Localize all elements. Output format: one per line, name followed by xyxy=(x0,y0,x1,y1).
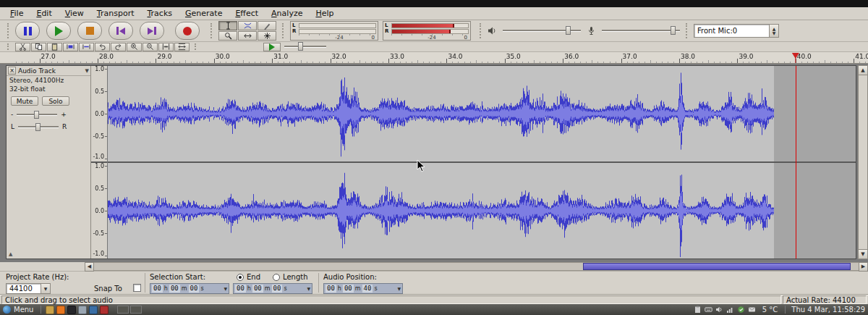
record-button[interactable] xyxy=(175,22,200,40)
track-close-button[interactable]: × xyxy=(8,67,16,75)
keyboard-icon[interactable] xyxy=(705,306,713,314)
fit-project-button[interactable] xyxy=(174,43,190,51)
length-radio-label[interactable]: Length xyxy=(283,273,308,281)
toolbar-grip[interactable] xyxy=(480,23,483,38)
multi-tool-button[interactable] xyxy=(258,31,276,41)
vertical-scrollbar[interactable]: ▲ ▼ xyxy=(858,65,868,259)
menu-file[interactable]: File xyxy=(10,9,23,18)
playback-meter[interactable]: L R -240 xyxy=(290,21,378,41)
spin-down-icon[interactable]: ▼ xyxy=(773,31,776,35)
toolbar-grip[interactable] xyxy=(686,23,689,38)
network-icon[interactable] xyxy=(726,306,735,314)
copy-button[interactable] xyxy=(31,43,46,51)
input-volume-thumb[interactable] xyxy=(671,26,676,35)
field-dropdown-icon[interactable]: ▼ xyxy=(224,286,227,291)
fit-selection-button[interactable] xyxy=(158,43,174,51)
zoom-tool-button[interactable] xyxy=(218,31,237,41)
play-button[interactable] xyxy=(46,22,71,40)
menu-transport[interactable]: Transport xyxy=(97,9,135,18)
gain-slider-thumb[interactable] xyxy=(34,111,39,119)
updates-icon[interactable] xyxy=(737,306,746,314)
output-volume-thumb[interactable] xyxy=(566,26,571,35)
menu-tracks[interactable]: Tracks xyxy=(147,9,172,18)
menu-analyze[interactable]: Analyze xyxy=(271,9,302,18)
clipboard-icon[interactable] xyxy=(694,306,702,314)
play-speed-slider[interactable] xyxy=(284,46,326,48)
paste-button[interactable] xyxy=(47,43,62,51)
field-dropdown-icon[interactable]: ▼ xyxy=(307,286,310,291)
media-player-icon[interactable] xyxy=(100,306,109,314)
pan-slider-thumb[interactable] xyxy=(35,123,41,131)
selection-tool-button[interactable] xyxy=(218,21,237,30)
device-spinner[interactable]: ▲▼ xyxy=(769,25,778,37)
taskbar-window-button[interactable] xyxy=(130,306,142,314)
menu-generate[interactable]: Generate xyxy=(185,9,222,18)
clock[interactable]: Thu 4 Mar, 11:58:29 xyxy=(791,306,865,314)
horizontal-scrollbar[interactable]: ◀ ▶ xyxy=(0,262,868,272)
scroll-down-icon[interactable]: ▼ xyxy=(859,249,867,259)
taskbar-window-button[interactable] xyxy=(117,306,129,314)
waveform-left-channel[interactable] xyxy=(108,66,856,161)
messages-icon[interactable] xyxy=(748,306,757,314)
menu-edit[interactable]: Edit xyxy=(36,9,51,18)
end-radio-label[interactable]: End xyxy=(247,273,260,281)
scroll-right-icon[interactable]: ▶ xyxy=(859,262,868,272)
scroll-left-icon[interactable]: ◀ xyxy=(85,262,94,272)
scroll-up-icon[interactable]: ▲ xyxy=(859,66,867,75)
menu-effect[interactable]: Effect xyxy=(235,9,258,18)
selection-start-field[interactable]: 00h00m00s▼ xyxy=(150,283,229,294)
scrollbar-thumb[interactable] xyxy=(583,263,851,270)
skip-to-start-button[interactable] xyxy=(109,22,133,40)
gain-slider[interactable] xyxy=(17,114,57,116)
track-menu-dropdown-icon[interactable]: ▼ xyxy=(85,68,89,74)
web-browser-icon[interactable] xyxy=(56,306,65,314)
end-radio[interactable] xyxy=(237,274,244,281)
silence-button[interactable] xyxy=(79,43,94,51)
play-speed-thumb[interactable] xyxy=(298,42,303,51)
skip-to-end-button[interactable] xyxy=(140,22,164,40)
zoom-out-button[interactable] xyxy=(142,43,158,51)
envelope-tool-button[interactable] xyxy=(238,21,257,30)
pan-slider[interactable] xyxy=(18,126,59,128)
toolbar-grip[interactable] xyxy=(282,23,286,38)
redo-button[interactable] xyxy=(111,43,126,51)
trim-outside-button[interactable] xyxy=(63,43,78,51)
snap-to-checkbox[interactable] xyxy=(133,284,141,292)
undo-button[interactable] xyxy=(95,43,110,51)
toolbar-grip[interactable] xyxy=(7,23,11,38)
volume-icon[interactable] xyxy=(715,306,724,314)
mute-button[interactable]: Mute xyxy=(11,96,38,106)
audio-position-field[interactable]: 00h00m40s▼ xyxy=(323,283,403,294)
track-area[interactable]: × Audio Track ▼ Stereo, 44100Hz 32-bit f… xyxy=(0,64,868,262)
length-radio[interactable] xyxy=(273,274,280,281)
dropdown-arrow-icon[interactable]: ▼ xyxy=(41,284,50,293)
toolbar-grip[interactable] xyxy=(210,23,214,38)
play-at-speed-button[interactable] xyxy=(263,43,281,51)
selection-end-field[interactable]: 00h00m00s▼ xyxy=(233,283,312,294)
terminal-icon[interactable] xyxy=(67,306,76,314)
toolbar-grip[interactable] xyxy=(7,43,11,50)
toolbar-grip[interactable] xyxy=(195,43,198,50)
menu-view[interactable]: View xyxy=(65,9,84,18)
waveform-display[interactable] xyxy=(108,66,856,259)
mail-icon[interactable] xyxy=(89,306,98,314)
draw-tool-button[interactable] xyxy=(258,21,276,30)
recording-meter[interactable]: L R -240 xyxy=(383,21,471,41)
field-dropdown-icon[interactable]: ▼ xyxy=(397,286,401,291)
pause-button[interactable] xyxy=(15,22,40,40)
stop-button[interactable] xyxy=(77,22,102,40)
vertical-scale-ruler[interactable] xyxy=(91,66,108,259)
text-editor-icon[interactable] xyxy=(78,306,87,314)
cut-button[interactable] xyxy=(15,43,30,51)
project-rate-select[interactable]: 44100 ▼ xyxy=(6,283,51,294)
track-collapse-button[interactable]: ▲ xyxy=(9,251,12,257)
zoom-in-button[interactable] xyxy=(127,43,142,51)
timeshift-tool-button[interactable] xyxy=(238,31,257,41)
vertical-scroll-track[interactable] xyxy=(859,75,867,249)
horizontal-scroll-track[interactable] xyxy=(94,262,859,271)
waveform-right-channel[interactable] xyxy=(108,163,856,259)
input-volume-slider[interactable] xyxy=(602,30,680,32)
menu-help[interactable]: Help xyxy=(315,9,333,18)
menu-button[interactable]: Menu xyxy=(14,306,33,314)
file-manager-icon[interactable] xyxy=(46,306,54,314)
